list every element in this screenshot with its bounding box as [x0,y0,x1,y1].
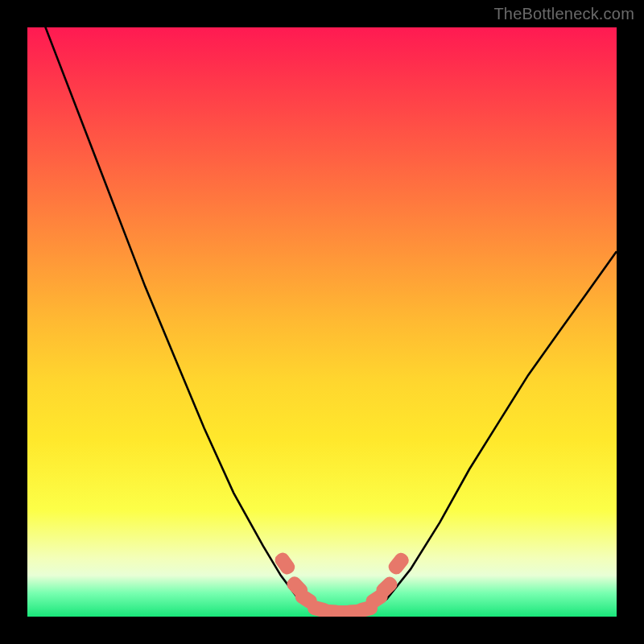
plot-area [27,27,617,617]
curve-marker [272,550,297,576]
watermark-text: TheBottleneck.com [493,5,634,23]
bottleneck-curve [27,27,617,613]
chart-frame: TheBottleneck.com [0,0,644,644]
chart-svg [27,27,617,617]
